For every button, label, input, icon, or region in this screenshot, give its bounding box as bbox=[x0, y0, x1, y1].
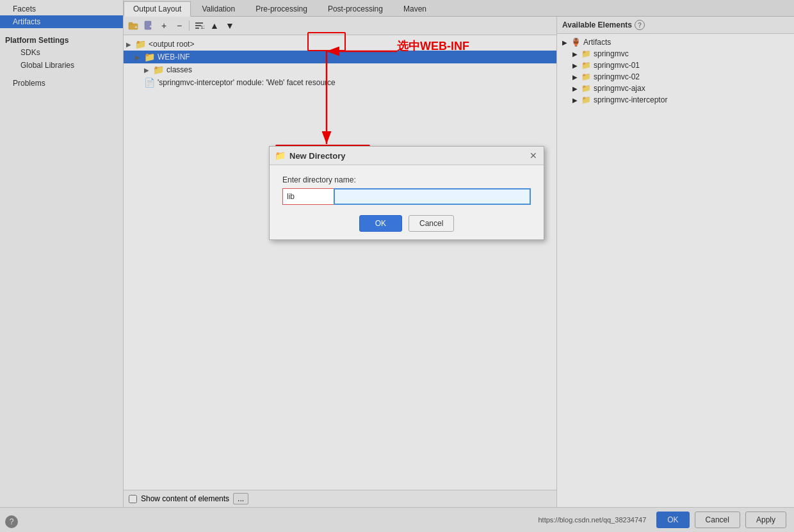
tree-item-output-root[interactable]: ▶ 📁 <output root> bbox=[124, 38, 556, 51]
avail-item-springmvc[interactable]: ▶ 📁 springmvc bbox=[557, 48, 794, 60]
svg-text:+: + bbox=[149, 24, 152, 29]
remove-button[interactable]: − bbox=[172, 19, 186, 33]
sidebar-item-facets[interactable]: Facets bbox=[0, 3, 123, 15]
avail-item-springmvc-interceptor[interactable]: ▶ 📁 springmvc-interceptor bbox=[557, 94, 794, 106]
output-panel: + + + − bbox=[124, 17, 794, 507]
output-tree: ▶ 📁 <output root> ▶ 📁 WEB-INF ▶ 📁 classe… bbox=[124, 35, 556, 490]
dialog-title-icon: 📁 bbox=[275, 150, 286, 161]
folder-icon: 📁 bbox=[581, 61, 591, 70]
output-tree-panel: + + + − bbox=[124, 17, 557, 507]
content-area: Output Layout Validation Pre-processing … bbox=[124, 0, 794, 507]
footer-url: https://blog.csdn.net/qq_38234747 bbox=[8, 516, 646, 524]
avail-item-springmvc-ajax[interactable]: ▶ 📁 springmvc-ajax bbox=[557, 83, 794, 94]
tree-item-web-inf[interactable]: ▶ 📁 WEB-INF bbox=[124, 51, 556, 63]
ok-button[interactable]: OK bbox=[656, 512, 689, 528]
expand-icon: ▶ bbox=[126, 41, 135, 48]
sidebar-item-sdks[interactable]: SDKs bbox=[0, 46, 123, 59]
artifact-icon: 🏺 bbox=[571, 38, 581, 47]
tree-item-label: 'springmvc-interceptor' module: 'Web' fa… bbox=[158, 78, 336, 87]
tree-item-classes[interactable]: ▶ 📁 classes bbox=[124, 63, 556, 76]
expand-icon: ▶ bbox=[572, 85, 581, 92]
available-header: Available Elements ? bbox=[557, 17, 794, 34]
info-icon[interactable]: ? bbox=[635, 20, 645, 30]
dialog-input-row bbox=[282, 188, 531, 205]
svg-text:+: + bbox=[134, 24, 138, 30]
tree-item-label: <output root> bbox=[149, 40, 194, 49]
dialog-close-button[interactable]: ✕ bbox=[528, 150, 539, 161]
sidebar-item-global-libraries[interactable]: Global Libraries bbox=[0, 59, 123, 72]
dialog-body: Enter directory name: OK Cancel bbox=[270, 165, 544, 239]
tab-post-processing[interactable]: Post-processing bbox=[318, 1, 393, 16]
tab-maven[interactable]: Maven bbox=[394, 1, 436, 16]
folder-icon: 📁 bbox=[144, 52, 155, 62]
folder-icon: 📁 bbox=[153, 65, 164, 75]
help-button[interactable]: ? bbox=[5, 515, 18, 528]
folder-icon: 📁 bbox=[581, 49, 591, 58]
svg-rect-1 bbox=[129, 22, 133, 24]
avail-item-springmvc-02[interactable]: ▶ 📁 springmvc-02 bbox=[557, 71, 794, 83]
output-toolbar: + + + − bbox=[124, 17, 556, 35]
svg-text:12: 12 bbox=[200, 24, 204, 30]
available-tree: ▶ 🏺 Artifacts ▶ 📁 springmvc ▶ 📁 springmv… bbox=[557, 34, 794, 507]
sidebar-item-problems[interactable]: Problems bbox=[0, 77, 123, 90]
tree-item-module-resource[interactable]: 📄 'springmvc-interceptor' module: 'Web' … bbox=[124, 76, 556, 89]
folder-icon: 📁 bbox=[581, 95, 591, 104]
expand-icon: ▶ bbox=[572, 74, 581, 81]
footer: ? https://blog.csdn.net/qq_38234747 OK C… bbox=[0, 507, 794, 532]
add-button[interactable]: + bbox=[157, 19, 171, 33]
toolbar-separator bbox=[189, 20, 190, 31]
available-panel: Available Elements ? ▶ 🏺 Artifacts ▶ 📁 s… bbox=[557, 17, 794, 507]
add-file-button[interactable]: + bbox=[142, 19, 156, 33]
dialog-buttons: OK Cancel bbox=[282, 215, 531, 232]
tab-bar: Output Layout Validation Pre-processing … bbox=[124, 0, 794, 17]
expand-icon: ▶ bbox=[135, 54, 144, 61]
sidebar: Facets Artifacts Platform Settings SDKs … bbox=[0, 0, 124, 507]
dialog-ok-button[interactable]: OK bbox=[359, 215, 402, 232]
expand-icon: ▶ bbox=[572, 97, 581, 104]
show-content-label[interactable]: Show content of elements bbox=[141, 494, 229, 503]
dialog-titlebar: 📁 New Directory ✕ bbox=[270, 147, 544, 165]
tree-item-label: classes bbox=[166, 65, 192, 74]
dots-button[interactable]: ... bbox=[233, 493, 248, 504]
dialog-cancel-button[interactable]: Cancel bbox=[409, 215, 454, 232]
expand-icon: ▶ bbox=[562, 39, 571, 46]
move-up-button[interactable]: ▲ bbox=[207, 19, 222, 33]
add-folder-button[interactable]: + bbox=[126, 19, 140, 33]
sort-button[interactable]: 12 bbox=[192, 19, 206, 33]
new-directory-dialog: 📁 New Directory ✕ Enter directory name: … bbox=[269, 146, 544, 240]
show-content-checkbox[interactable] bbox=[129, 495, 137, 503]
folder-icon: 📁 bbox=[581, 72, 591, 81]
expand-icon: ▶ bbox=[572, 62, 581, 69]
folder-icon: 📁 bbox=[581, 84, 591, 93]
expand-icon: ▶ bbox=[144, 67, 153, 74]
avail-item-artifacts[interactable]: ▶ 🏺 Artifacts bbox=[557, 36, 794, 48]
tab-output-layout[interactable]: Output Layout bbox=[124, 1, 191, 17]
dialog-title: New Directory bbox=[289, 151, 345, 161]
tab-validation[interactable]: Validation bbox=[192, 1, 245, 16]
move-down-button[interactable]: ▼ bbox=[223, 19, 237, 33]
cancel-button[interactable]: Cancel bbox=[695, 512, 740, 528]
expand-icon: ▶ bbox=[572, 51, 581, 58]
folder-icon: 📁 bbox=[135, 39, 146, 49]
dialog-input-right[interactable] bbox=[334, 188, 531, 205]
platform-settings-header: Platform Settings bbox=[0, 33, 123, 46]
dialog-input-left[interactable] bbox=[282, 188, 334, 205]
file-icon: 📄 bbox=[144, 77, 155, 88]
avail-item-springmvc-01[interactable]: ▶ 📁 springmvc-01 bbox=[557, 60, 794, 71]
apply-button[interactable]: Apply bbox=[745, 512, 786, 528]
sidebar-item-artifacts[interactable]: Artifacts bbox=[0, 15, 123, 28]
dialog-input-label: Enter directory name: bbox=[282, 175, 531, 184]
tab-pre-processing[interactable]: Pre-processing bbox=[246, 1, 317, 16]
tree-item-label: WEB-INF bbox=[158, 52, 190, 61]
bottom-bar: Show content of elements ... bbox=[124, 490, 556, 507]
